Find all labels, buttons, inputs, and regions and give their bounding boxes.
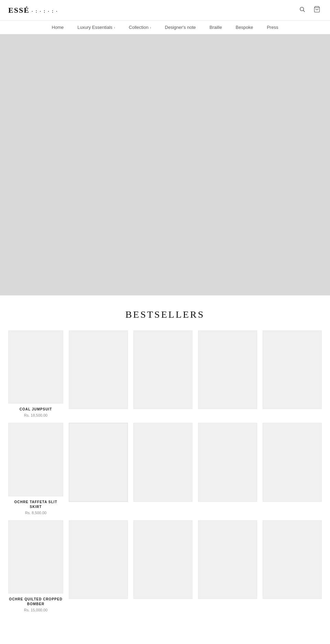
bestsellers-title: BESTSELLERS <box>7 309 323 320</box>
nav-item-bespoke[interactable]: Bespoke <box>229 21 260 33</box>
product-card-ochre-bomber[interactable]: OCHRE QUILTED CROPPED BOMBER Rs. 15,000.… <box>8 520 63 612</box>
header: ESSÉ ·:·:·:· <box>0 0 330 21</box>
product-card-9[interactable] <box>198 423 257 515</box>
product-card-4[interactable] <box>198 330 257 417</box>
nav-item-press[interactable]: Press <box>260 21 285 33</box>
product-card-12[interactable] <box>69 520 128 612</box>
product-image-12 <box>69 520 128 599</box>
product-image-7 <box>69 423 128 501</box>
product-card-8[interactable] <box>133 423 192 515</box>
product-image-4 <box>198 330 257 409</box>
nav-item-collection[interactable]: Collection › <box>122 21 158 33</box>
product-name-ochre-taffeta: OCHRE TAFFETA SLIT SKIRT <box>8 500 63 509</box>
product-image-8 <box>133 423 192 501</box>
product-image-10 <box>263 423 322 501</box>
product-price-ochre-taffeta: Rs. 8,500.00 <box>8 511 63 515</box>
logo[interactable]: ESSÉ ·:·:·:· <box>8 6 59 15</box>
product-image-15 <box>263 520 322 599</box>
chevron-right-icon: › <box>114 25 115 30</box>
nav-item-luxury-essentials[interactable]: Luxury Essentials › <box>70 21 122 33</box>
product-card-5[interactable] <box>263 330 322 417</box>
products-row-1: COAL JUMPSUIT Rs. 18,500.00 <box>7 330 323 417</box>
product-image-5 <box>263 330 322 409</box>
product-image-ochre-taffeta <box>8 423 63 496</box>
nav-item-braille[interactable]: Braille <box>202 21 229 33</box>
search-icon <box>299 6 305 12</box>
chevron-right-icon: › <box>150 25 151 30</box>
svg-point-0 <box>300 7 304 11</box>
nav-item-home[interactable]: Home <box>45 21 71 33</box>
header-icons <box>298 4 322 16</box>
product-name-coal-jumpsuit: COAL JUMPSUIT <box>8 407 63 412</box>
product-image-3 <box>133 330 192 409</box>
product-image-14 <box>198 520 257 599</box>
search-button[interactable] <box>298 5 307 15</box>
product-name-ochre-bomber: OCHRE QUILTED CROPPED BOMBER <box>8 597 63 607</box>
product-image-2 <box>69 330 128 409</box>
cart-button[interactable] <box>312 4 322 16</box>
product-card-15[interactable] <box>263 520 322 612</box>
product-image-13 <box>133 520 192 599</box>
products-row-3: OCHRE QUILTED CROPPED BOMBER Rs. 15,000.… <box>7 520 323 612</box>
product-card-ochre-taffeta[interactable]: OCHRE TAFFETA SLIT SKIRT Rs. 8,500.00 <box>8 423 63 515</box>
bestsellers-section: BESTSELLERS COAL JUMPSUIT Rs. 18,500.00 <box>0 295 330 624</box>
nav-item-designers-note[interactable]: Designer's note <box>158 21 203 33</box>
product-card-3[interactable] <box>133 330 192 417</box>
product-image-9 <box>198 423 257 501</box>
product-price-ochre-bomber: Rs. 15,000.00 <box>8 608 63 612</box>
product-card-2[interactable] <box>69 330 128 417</box>
cart-icon <box>314 6 320 13</box>
main-nav: Home Luxury Essentials › Collection › De… <box>0 21 330 34</box>
product-card-7[interactable] <box>69 423 128 515</box>
product-card-10[interactable] <box>263 423 322 515</box>
product-card-13[interactable] <box>133 520 192 612</box>
hero-banner <box>0 34 330 295</box>
product-image-coal-jumpsuit <box>8 330 63 404</box>
product-card-14[interactable] <box>198 520 257 612</box>
product-card-coal-jumpsuit[interactable]: COAL JUMPSUIT Rs. 18,500.00 <box>8 330 63 417</box>
product-image-ochre-bomber <box>8 520 63 594</box>
svg-line-1 <box>303 10 305 12</box>
product-price-coal-jumpsuit: Rs. 18,500.00 <box>8 413 63 417</box>
products-row-2: OCHRE TAFFETA SLIT SKIRT Rs. 8,500.00 <box>7 423 323 515</box>
